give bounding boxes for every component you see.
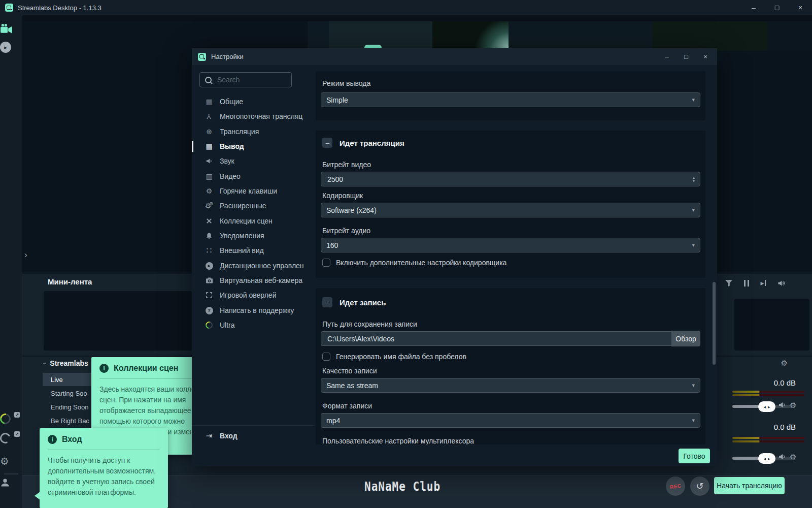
- skip-next-icon[interactable]: ▸: [760, 279, 766, 287]
- highlighter-nav-icon[interactable]: ▸: [0, 42, 22, 53]
- login-nav-icon[interactable]: [0, 478, 22, 490]
- bg-glow: [472, 21, 513, 51]
- dialog-titlebar[interactable]: Настройки: [192, 48, 717, 65]
- mixer-settings-gear-icon[interactable]: ⚙: [781, 359, 788, 368]
- menu-item-virtual-webcam[interactable]: Виртуальная веб-камера: [192, 274, 315, 287]
- search-input[interactable]: [216, 75, 284, 84]
- audio-bitrate-label: Битрейт аудио: [322, 227, 370, 235]
- sidebar-divider: [192, 425, 315, 426]
- external-link-icon: ↗: [14, 431, 20, 437]
- maximize-button[interactable]: □: [765, 0, 789, 15]
- encoder-label: Кодировщик: [322, 192, 363, 200]
- menu-item-support[interactable]: ? Написать в поддержку: [192, 304, 315, 317]
- recording-path-input[interactable]: [321, 331, 671, 346]
- collapse-button[interactable]: –: [322, 297, 332, 307]
- sidebar-expand-chevron[interactable]: ›: [24, 250, 27, 260]
- menu-item-ultra[interactable]: Ultra: [192, 319, 315, 332]
- editor-nav-icon[interactable]: [0, 23, 22, 36]
- audio-bitrate-select[interactable]: 160 ▾: [321, 238, 700, 252]
- mixer-channel1-db: 0.0 dB: [730, 378, 796, 387]
- mixer-channel1-slider-handle[interactable]: ◂▸: [758, 401, 775, 412]
- checkbox[interactable]: [322, 259, 330, 267]
- video-bitrate-value[interactable]: [326, 175, 693, 184]
- encoder-select[interactable]: Software (x264) ▾: [321, 203, 700, 217]
- pause-icon[interactable]: [744, 280, 749, 287]
- menu-item-advanced[interactable]: ⚙⚙ Расширенные: [192, 199, 315, 212]
- go-live-button[interactable]: Начать трансляцию: [714, 477, 785, 494]
- channel1-gear-icon[interactable]: ⚙: [790, 401, 796, 410]
- bg-panel: [509, 21, 653, 51]
- tooltip-arrow: [35, 492, 40, 500]
- gears-icon: ⚙⚙: [204, 202, 214, 210]
- replay-button[interactable]: ↺: [690, 477, 709, 496]
- recording-path-value[interactable]: [326, 334, 666, 343]
- menu-item-remote-control[interactable]: ▸ Дистанционное управлен: [192, 259, 315, 272]
- mixer-channel2-slider-handle[interactable]: ◂▸: [758, 453, 775, 464]
- video-bitrate-input[interactable]: ▴▾: [321, 172, 700, 186]
- menu-item-notifications[interactable]: Уведомления: [192, 229, 315, 242]
- settings-search[interactable]: [199, 72, 292, 87]
- menu-item-stream[interactable]: ⊕ Трансляция: [192, 125, 315, 138]
- play-circle-icon: ▸: [204, 262, 214, 270]
- menu-item-general[interactable]: ▦ Общие: [192, 95, 315, 108]
- window-title: Streamlabs Desktop - 1.13.3: [18, 4, 101, 12]
- window-controls: – □ ×: [742, 0, 812, 15]
- channel2-gear-icon[interactable]: ⚙: [790, 453, 796, 462]
- mixer-channel2-meter: [732, 437, 804, 439]
- recording-quality-select[interactable]: Same as stream ▾: [321, 378, 700, 393]
- channel1-mute-icon[interactable]: [778, 401, 787, 409]
- bg-panel: [767, 21, 812, 51]
- themes-nav-icon[interactable]: ↗: [0, 433, 22, 446]
- bg-panel: [308, 21, 329, 51]
- menu-item-audio[interactable]: Звук: [192, 154, 315, 168]
- mixer-channel1-meter: [732, 391, 804, 393]
- menu-item-game-overlay[interactable]: Игровой оверлей: [192, 289, 315, 302]
- menu-item-scene-collections[interactable]: Коллекции сцен: [192, 214, 315, 228]
- chevron-down-icon: ▾: [692, 382, 695, 389]
- menu-item-multistream[interactable]: Y Многопоточная трансляц: [192, 110, 315, 123]
- dialog-minimize-button[interactable]: –: [657, 48, 676, 65]
- grid-icon: ▦: [204, 98, 214, 106]
- titlebar[interactable]: Streamlabs Desktop - 1.13.3: [0, 0, 812, 15]
- chevron-down-icon: ▾: [692, 207, 695, 213]
- recording-format-select[interactable]: mp4 ▾: [321, 413, 700, 428]
- filter-icon[interactable]: [725, 279, 733, 287]
- done-button[interactable]: Готово: [679, 449, 710, 463]
- section-title: Идет запись: [340, 298, 386, 307]
- muxer-settings-label: Пользовательские настройки мультиплексор…: [322, 437, 474, 444]
- scene-collection-header[interactable]: › Streamlabs: [44, 359, 88, 367]
- menu-item-video[interactable]: ▥ Видео: [192, 170, 315, 183]
- menu-item-output[interactable]: ▤ Вывод: [192, 140, 315, 153]
- rail-divider: [4, 473, 18, 474]
- dialog-close-button[interactable]: ×: [696, 48, 715, 65]
- menu-item-appearance[interactable]: ∷ Внешний вид: [192, 244, 315, 257]
- recording-section-header: – Идет запись: [322, 297, 386, 307]
- watermark: NaNaMe Club: [364, 480, 441, 494]
- minimize-button[interactable]: –: [742, 0, 765, 15]
- browse-button[interactable]: Обзор: [671, 331, 700, 346]
- dialog-scrollbar[interactable]: [713, 282, 716, 365]
- multistream-icon: Y: [204, 112, 214, 120]
- app-window: › Мини-лента ▸ › Streamlabs Live Startin…: [0, 0, 812, 508]
- section-title: Идет трансляция: [340, 139, 404, 147]
- film-icon: ▥: [204, 172, 214, 180]
- speaker-icon[interactable]: [777, 279, 786, 287]
- chevron-down-icon: ▾: [692, 97, 695, 103]
- filename-checkbox-row[interactable]: Генерировать имя файла без пробелов: [322, 353, 466, 361]
- ultra-icon: [204, 322, 214, 329]
- settings-nav-icon[interactable]: ⚙: [0, 455, 22, 467]
- menu-item-hotkeys[interactable]: ⚙ Горячие клавиши: [192, 184, 315, 198]
- output-mode-select[interactable]: Simple ▾: [321, 92, 700, 107]
- channel2-mute-icon[interactable]: [778, 453, 787, 461]
- ultra-nav-icon[interactable]: ↗: [0, 414, 22, 426]
- handle-left-arrow-icon: ◂: [763, 404, 766, 409]
- close-button[interactable]: ×: [789, 0, 812, 15]
- menu-item-login[interactable]: ⇥ Вход: [192, 429, 315, 442]
- number-spinner[interactable]: ▴▾: [693, 176, 695, 183]
- dialog-maximize-button[interactable]: □: [676, 48, 696, 65]
- speaker-icon: [204, 157, 214, 165]
- record-button[interactable]: REC: [666, 477, 685, 496]
- checkbox[interactable]: [322, 353, 330, 361]
- collapse-button[interactable]: –: [322, 138, 332, 148]
- encoder-advanced-checkbox-row[interactable]: Включить дополнительные настройки кодиро…: [322, 259, 506, 267]
